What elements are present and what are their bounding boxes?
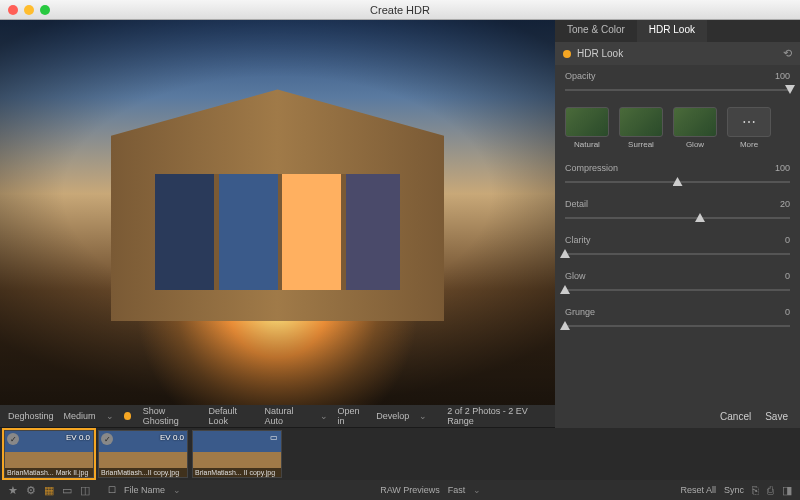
- preset-surreal[interactable]: Surreal: [619, 107, 663, 149]
- thumbnail-filename: BrianMatiash...II copy.jpg: [99, 468, 187, 477]
- compression-slider[interactable]: [565, 176, 790, 188]
- preview-image: [0, 20, 555, 406]
- panel-reset-icon[interactable]: ⟲: [783, 47, 792, 60]
- clarity-slider[interactable]: [565, 248, 790, 260]
- grunge-slider[interactable]: [565, 320, 790, 332]
- grunge-label: Grunge: [565, 307, 595, 317]
- detail-label: Detail: [565, 199, 588, 209]
- reset-all-button[interactable]: Reset All: [680, 485, 716, 495]
- single-view-icon[interactable]: ▭: [62, 484, 72, 497]
- show-ghosting-label[interactable]: Show Ghosting: [143, 406, 199, 426]
- star-icon[interactable]: ★: [8, 484, 18, 497]
- filmstrip: ✓ EV 0.0 BrianMatiash... Mark II.jpg ✓ E…: [0, 428, 800, 480]
- open-in-label: Open in: [338, 406, 367, 426]
- thumbnail-ev: EV 0.0: [66, 433, 90, 442]
- chevron-down-icon[interactable]: ⌄: [106, 411, 114, 421]
- save-button[interactable]: Save: [765, 411, 788, 422]
- panel-enable-toggle[interactable]: [563, 50, 571, 58]
- opacity-label: Opacity: [565, 71, 596, 81]
- glow-value: 0: [785, 271, 790, 281]
- opacity-slider[interactable]: [565, 84, 790, 96]
- thumbnail-filename: BrianMatiash... II copy.jpg: [193, 468, 281, 477]
- copy-icon[interactable]: ⎘: [752, 484, 759, 496]
- deghosting-label: Deghosting: [8, 411, 54, 421]
- paste-icon[interactable]: ⎙: [767, 484, 774, 496]
- grunge-value: 0: [785, 307, 790, 317]
- default-look-value[interactable]: Natural Auto: [264, 406, 309, 426]
- thumbnail-badge-icon: ▭: [270, 433, 278, 442]
- thumbnail-check-icon[interactable]: ✓: [7, 433, 19, 445]
- raw-previews-label: RAW Previews: [380, 485, 440, 495]
- preview-area: [0, 20, 555, 428]
- chevron-down-icon[interactable]: ⌄: [320, 411, 328, 421]
- window-title: Create HDR: [0, 4, 800, 16]
- sort-label[interactable]: File Name: [124, 485, 165, 495]
- bottom-bar: ★ ⚙ ▦ ▭ ◫ ☐ File Name ⌄ RAW Previews Fas…: [0, 480, 800, 500]
- deghosting-value[interactable]: Medium: [64, 411, 96, 421]
- preset-more[interactable]: ⋯More: [727, 107, 771, 149]
- grid-view-icon[interactable]: ▦: [44, 484, 54, 497]
- panel-title: HDR Look: [577, 48, 623, 59]
- thumbnail-ev: EV 0.0: [160, 433, 184, 442]
- thumbnail-filename: BrianMatiash... Mark II.jpg: [5, 468, 93, 477]
- show-ghosting-toggle[interactable]: [124, 412, 131, 420]
- thumbnail[interactable]: ✓ EV 0.0 BrianMatiash... Mark II.jpg: [4, 430, 94, 478]
- opacity-value: 100: [775, 71, 790, 81]
- detail-value: 20: [780, 199, 790, 209]
- compression-label: Compression: [565, 163, 618, 173]
- thumbnail[interactable]: ✓ EV 0.0 BrianMatiash...II copy.jpg: [98, 430, 188, 478]
- photo-range-info: 2 of 2 Photos - 2 EV Range: [447, 406, 547, 426]
- default-look-label: Default Look: [208, 406, 254, 426]
- sync-button[interactable]: Sync: [724, 485, 744, 495]
- preview-toolbar: Deghosting Medium ⌄ Show Ghosting Defaul…: [0, 405, 555, 427]
- detail-slider[interactable]: [565, 212, 790, 224]
- preset-glow[interactable]: Glow: [673, 107, 717, 149]
- compression-value: 100: [775, 163, 790, 173]
- chevron-down-icon[interactable]: ⌄: [173, 485, 181, 495]
- panel-toggle-icon[interactable]: ◨: [782, 484, 792, 497]
- clarity-value: 0: [785, 235, 790, 245]
- glow-label: Glow: [565, 271, 586, 281]
- thumbnail[interactable]: ▭ BrianMatiash... II copy.jpg: [192, 430, 282, 478]
- dialog-footer: Cancel Save: [555, 405, 800, 427]
- cancel-button[interactable]: Cancel: [720, 411, 751, 422]
- gear-icon[interactable]: ⚙: [26, 484, 36, 497]
- open-in-value[interactable]: Develop: [376, 411, 409, 421]
- clarity-label: Clarity: [565, 235, 591, 245]
- compare-view-icon[interactable]: ◫: [80, 484, 90, 497]
- titlebar: Create HDR: [0, 0, 800, 20]
- chevron-down-icon[interactable]: ⌄: [473, 485, 481, 495]
- glow-slider[interactable]: [565, 284, 790, 296]
- raw-previews-value[interactable]: Fast: [448, 485, 466, 495]
- hdr-look-panel: HDR Look ⟲ Opacity 100 Natural Surreal G…: [555, 42, 800, 428]
- chevron-down-icon[interactable]: ⌄: [419, 411, 427, 421]
- thumbnail-check-icon[interactable]: ✓: [101, 433, 113, 445]
- preset-natural[interactable]: Natural: [565, 107, 609, 149]
